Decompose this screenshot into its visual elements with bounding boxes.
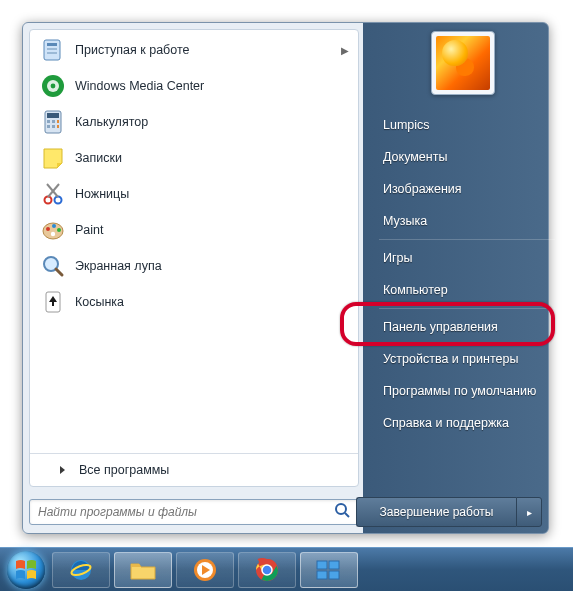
svg-rect-27 xyxy=(52,301,54,306)
right-link-default-programs[interactable]: Программы по умолчанию xyxy=(369,375,565,407)
taskbar-media-player[interactable] xyxy=(176,552,234,588)
window-tiles-icon xyxy=(315,559,343,581)
taskbar-app[interactable] xyxy=(300,552,358,588)
program-media-center[interactable]: Windows Media Center xyxy=(32,68,356,104)
start-button[interactable] xyxy=(4,548,48,592)
search-icon xyxy=(334,502,350,522)
taskbar-chrome[interactable] xyxy=(238,552,296,588)
folder-icon xyxy=(129,558,157,582)
program-label: Калькулятор xyxy=(75,115,349,129)
svg-point-15 xyxy=(45,197,52,204)
shutdown-label: Завершение работы xyxy=(380,505,494,519)
search-input[interactable] xyxy=(38,505,334,519)
media-center-icon xyxy=(39,72,67,100)
right-link-label: Панель управления xyxy=(383,320,498,334)
svg-point-6 xyxy=(51,84,56,89)
left-pane: Приступая к работе ▶ Windows Media Cente… xyxy=(29,29,359,487)
right-link-label: Изображения xyxy=(383,182,462,196)
svg-line-29 xyxy=(345,513,349,517)
calculator-icon xyxy=(39,108,67,136)
magnifier-icon xyxy=(39,252,67,280)
svg-point-21 xyxy=(52,224,56,228)
program-label: Ножницы xyxy=(75,187,349,201)
svg-rect-3 xyxy=(47,52,57,54)
media-player-icon xyxy=(192,557,218,583)
svg-rect-12 xyxy=(47,125,50,128)
internet-explorer-icon xyxy=(68,557,94,583)
program-sticky-notes[interactable]: Записки xyxy=(32,140,356,176)
right-link-label: Lumpics xyxy=(383,118,430,132)
triangle-right-icon xyxy=(60,466,65,474)
svg-rect-10 xyxy=(52,120,55,123)
submenu-arrow-icon: ▶ xyxy=(341,45,349,56)
right-pane: Lumpics Документы Изображения Музыка Игр… xyxy=(369,109,565,439)
svg-rect-37 xyxy=(317,561,327,569)
svg-rect-11 xyxy=(57,120,59,123)
right-link-label: Устройства и принтеры xyxy=(383,352,518,366)
program-list: Приступая к работе ▶ Windows Media Cente… xyxy=(30,30,358,449)
right-link-computer[interactable]: Компьютер xyxy=(369,274,565,306)
right-separator xyxy=(379,239,555,240)
right-link-help[interactable]: Справка и поддержка xyxy=(369,407,565,439)
paint-icon xyxy=(39,216,67,244)
svg-point-22 xyxy=(57,228,61,232)
program-label: Косынка xyxy=(75,295,349,309)
solitaire-icon xyxy=(39,288,67,316)
svg-point-16 xyxy=(55,197,62,204)
program-label: Приступая к работе xyxy=(75,43,341,57)
chrome-icon xyxy=(254,557,280,583)
svg-point-23 xyxy=(51,232,55,236)
right-link-games[interactable]: Игры xyxy=(369,242,565,274)
svg-rect-14 xyxy=(57,125,59,128)
right-link-control-panel[interactable]: Панель управления xyxy=(369,311,565,343)
taskbar-explorer[interactable] xyxy=(114,552,172,588)
svg-rect-38 xyxy=(329,561,339,569)
shutdown-button[interactable]: Завершение работы xyxy=(356,497,516,527)
svg-rect-8 xyxy=(47,113,59,118)
right-link-label: Компьютер xyxy=(383,283,448,297)
sticky-notes-icon xyxy=(39,144,67,172)
svg-rect-1 xyxy=(47,43,57,46)
program-calculator[interactable]: Калькулятор xyxy=(32,104,356,140)
chevron-right-icon: ▸ xyxy=(527,507,532,518)
user-avatar-frame[interactable] xyxy=(431,31,495,95)
program-paint[interactable]: Paint xyxy=(32,212,356,248)
right-link-documents[interactable]: Документы xyxy=(369,141,565,173)
snipping-tool-icon xyxy=(39,180,67,208)
program-label: Записки xyxy=(75,151,349,165)
svg-point-28 xyxy=(336,504,346,514)
shutdown-split-button: Завершение работы ▸ xyxy=(356,497,542,527)
taskbar xyxy=(0,547,573,591)
search-bar xyxy=(29,497,359,527)
shutdown-options-button[interactable]: ▸ xyxy=(516,497,542,527)
program-label: Windows Media Center xyxy=(75,79,349,93)
user-avatar-icon xyxy=(436,36,490,90)
svg-rect-40 xyxy=(329,571,339,579)
all-programs[interactable]: Все программы xyxy=(30,454,358,486)
search-box[interactable] xyxy=(29,499,359,525)
program-magnifier[interactable]: Экранная лупа xyxy=(32,248,356,284)
svg-rect-9 xyxy=(47,120,50,123)
right-link-pictures[interactable]: Изображения xyxy=(369,173,565,205)
right-link-label: Справка и поддержка xyxy=(383,416,509,430)
right-link-user[interactable]: Lumpics xyxy=(369,109,565,141)
program-solitaire[interactable]: Косынка xyxy=(32,284,356,320)
program-getting-started[interactable]: Приступая к работе ▶ xyxy=(32,32,356,68)
svg-rect-39 xyxy=(317,571,327,579)
svg-rect-13 xyxy=(52,125,55,128)
program-snipping-tool[interactable]: Ножницы xyxy=(32,176,356,212)
windows-logo-icon xyxy=(7,551,45,589)
right-link-label: Программы по умолчанию xyxy=(383,384,536,398)
start-menu: Приступая к работе ▶ Windows Media Cente… xyxy=(22,22,549,534)
right-link-music[interactable]: Музыка xyxy=(369,205,565,237)
right-separator xyxy=(379,308,555,309)
right-link-label: Игры xyxy=(383,251,412,265)
program-label: Paint xyxy=(75,223,349,237)
svg-point-20 xyxy=(46,227,50,231)
svg-line-25 xyxy=(56,269,62,275)
taskbar-ie[interactable] xyxy=(52,552,110,588)
right-link-devices-printers[interactable]: Устройства и принтеры xyxy=(369,343,565,375)
svg-rect-2 xyxy=(47,48,57,50)
program-label: Экранная лупа xyxy=(75,259,349,273)
all-programs-label: Все программы xyxy=(79,463,169,477)
